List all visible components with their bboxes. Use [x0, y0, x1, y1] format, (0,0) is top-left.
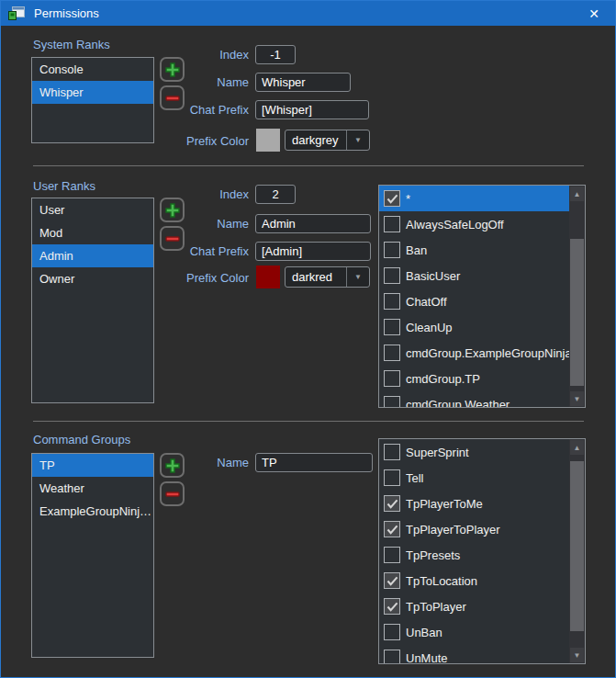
checkbox[interactable]: [384, 495, 400, 512]
command-label: TpPlayerToPlayer: [406, 523, 500, 537]
permission-label: Ban: [406, 243, 427, 257]
list-item-label: Mod: [39, 226, 62, 240]
command-row[interactable]: UnBan: [379, 619, 569, 645]
checkbox[interactable]: [384, 624, 400, 640]
checkbox[interactable]: [384, 370, 400, 387]
command-label: UnMute: [406, 651, 448, 664]
permission-row[interactable]: cmdGroup.TP: [379, 366, 569, 391]
check-icon: [386, 576, 398, 586]
section-divider: [33, 165, 584, 166]
list-item-label: TP: [39, 458, 55, 472]
prefix-color-dropdown[interactable]: darkgrey ▼: [285, 130, 370, 151]
list-item[interactable]: Owner: [32, 267, 153, 290]
name-field[interactable]: [255, 453, 373, 472]
list-item[interactable]: Admin: [32, 244, 153, 267]
dropdown-value: darkgrey: [286, 130, 346, 150]
index-field[interactable]: [255, 45, 296, 64]
permission-row[interactable]: ChatOff: [379, 288, 569, 314]
permission-row[interactable]: cmdGroup.Weather: [379, 391, 569, 407]
user-ranks-list[interactable]: User Mod Admin Owner: [31, 198, 154, 403]
index-field[interactable]: [255, 185, 296, 204]
checkbox[interactable]: [384, 345, 400, 361]
permission-row[interactable]: Ban: [379, 237, 569, 263]
permission-label: CleanUp: [406, 321, 453, 334]
permission-row[interactable]: AlwaysSafeLogOff: [379, 211, 569, 237]
checkbox[interactable]: [384, 293, 400, 310]
list-item-label: Whisper: [39, 85, 84, 99]
system-ranks-list[interactable]: Console Whisper: [31, 57, 154, 143]
chat-prefix-field[interactable]: [255, 242, 371, 261]
scrollbar[interactable]: ▲ ▼: [569, 439, 585, 663]
list-item[interactable]: User: [32, 198, 153, 221]
checkbox[interactable]: [384, 572, 400, 589]
command-row[interactable]: UnMute: [379, 645, 569, 663]
permission-row[interactable]: CleanUp: [379, 314, 569, 340]
scrollbar-thumb[interactable]: [570, 461, 584, 631]
scroll-down-button[interactable]: ▼: [570, 648, 584, 662]
name-label: Name: [139, 456, 249, 469]
scroll-up-button[interactable]: ▲: [570, 186, 584, 201]
checkbox[interactable]: [384, 650, 400, 663]
name-field[interactable]: [255, 214, 371, 233]
color-swatch[interactable]: [256, 129, 280, 152]
chat-prefix-label: Chat Prefix: [139, 103, 249, 117]
command-row[interactable]: SuperSprint: [379, 439, 569, 465]
remove-command-group-button[interactable]: [160, 481, 185, 506]
checkbox[interactable]: [384, 319, 400, 335]
list-item[interactable]: Console: [32, 58, 153, 81]
command-row[interactable]: TpPlayerToPlayer: [379, 516, 569, 542]
checkbox[interactable]: [384, 444, 400, 460]
checkbox[interactable]: [384, 547, 400, 563]
checkbox[interactable]: [384, 216, 400, 232]
command-groups-list[interactable]: TP Weather ExampleGroupNinj…: [31, 453, 154, 658]
command-row[interactable]: TpPlayerToMe: [379, 491, 569, 516]
list-item[interactable]: Whisper: [32, 81, 153, 104]
color-swatch[interactable]: [256, 266, 280, 288]
checkbox[interactable]: [384, 190, 400, 207]
permission-label: cmdGroup.TP: [406, 372, 480, 386]
checkbox[interactable]: [384, 267, 400, 284]
list-item-label: ExampleGroupNinj…: [39, 504, 151, 518]
check-icon: [386, 194, 398, 204]
command-row[interactable]: TpPresets: [379, 542, 569, 568]
permission-row[interactable]: BasicUser: [379, 263, 569, 288]
permissions-checklist: * AlwaysSafeLogOff Ban BasicUser: [378, 185, 586, 408]
app-icon: [7, 6, 25, 21]
index-label: Index: [139, 187, 249, 201]
scrollbar-track[interactable]: [570, 456, 584, 647]
titlebar[interactable]: Permissions ✕: [1, 1, 615, 26]
scroll-down-button[interactable]: ▼: [570, 391, 584, 406]
list-item[interactable]: ExampleGroupNinj…: [32, 500, 153, 523]
permission-label: *: [406, 192, 410, 206]
permission-label: AlwaysSafeLogOff: [406, 218, 504, 232]
list-item[interactable]: Weather: [32, 477, 153, 500]
command-row[interactable]: TpToPlayer: [379, 593, 569, 619]
name-label: Name: [139, 217, 249, 231]
checkbox[interactable]: [384, 469, 400, 486]
checkbox[interactable]: [384, 598, 400, 615]
command-row[interactable]: Tell: [379, 465, 569, 491]
checkbox[interactable]: [384, 242, 400, 258]
scrollbar-thumb[interactable]: [570, 239, 584, 386]
plus-icon: [164, 202, 181, 219]
checkbox[interactable]: [384, 521, 400, 537]
close-button[interactable]: ✕: [573, 1, 615, 26]
chevron-down-icon: ▼: [346, 130, 369, 150]
scrollbar[interactable]: ▲ ▼: [569, 186, 585, 407]
checkbox[interactable]: [384, 396, 400, 407]
list-item[interactable]: TP: [32, 454, 153, 477]
scroll-up-button[interactable]: ▲: [570, 440, 584, 455]
chevron-down-icon: ▼: [346, 267, 369, 287]
name-field[interactable]: [255, 73, 351, 92]
command-groups-heading: Command Groups: [33, 433, 130, 446]
permission-row[interactable]: *: [379, 186, 569, 211]
list-item-label: Owner: [39, 272, 74, 286]
permission-row[interactable]: cmdGroup.ExampleGroupNinja: [379, 340, 569, 366]
command-label: TpToLocation: [406, 574, 477, 588]
permission-label: cmdGroup.Weather: [406, 398, 510, 408]
command-row[interactable]: TpToLocation: [379, 568, 569, 593]
scrollbar-track[interactable]: [570, 202, 584, 390]
chat-prefix-field[interactable]: [255, 100, 369, 119]
list-item[interactable]: Mod: [32, 221, 153, 244]
prefix-color-dropdown[interactable]: darkred ▼: [285, 266, 370, 288]
